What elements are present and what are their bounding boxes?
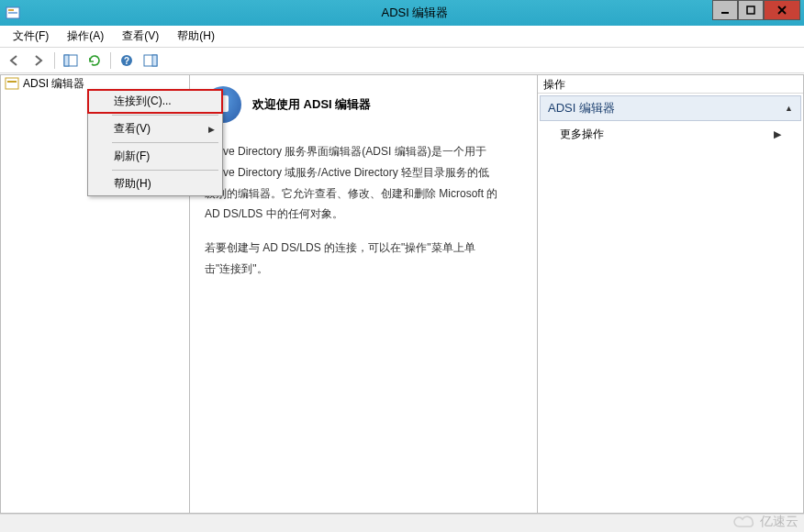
- adsi-editor-icon: [5, 76, 19, 91]
- back-button[interactable]: [4, 50, 26, 71]
- toolbar-separator: [54, 52, 55, 69]
- context-view[interactable]: 查看(V): [88, 117, 222, 140]
- menu-help[interactable]: 帮助(H): [168, 27, 224, 46]
- actions-pane-header: 操作: [538, 75, 803, 94]
- toolbar-separator: [110, 52, 111, 69]
- svg-rect-2: [8, 12, 17, 14]
- menu-bar: 文件(F) 操作(A) 查看(V) 帮助(H): [0, 26, 804, 48]
- welcome-title: 欢迎使用 ADSI 编辑器: [252, 96, 371, 113]
- close-button[interactable]: [764, 0, 800, 20]
- context-separator: [112, 115, 218, 116]
- details-pane: 欢迎使用 ADSI 编辑器 Active Directory 服务界面编辑器(A…: [190, 74, 538, 514]
- context-connect-to[interactable]: 连接到(C)...: [88, 90, 222, 113]
- window-title: ADSI 编辑器: [26, 5, 804, 21]
- actions-section-label: ADSI 编辑器: [548, 100, 615, 116]
- title-bar: ADSI 编辑器: [0, 0, 804, 26]
- chevron-right-icon: ▶: [774, 128, 781, 140]
- context-refresh[interactable]: 刷新(F): [88, 145, 222, 168]
- toolbar: ?: [0, 48, 804, 73]
- svg-rect-8: [64, 55, 69, 66]
- tree-root-label: ADSI 编辑器: [23, 76, 84, 92]
- show-hide-action-pane-button[interactable]: [140, 50, 162, 71]
- window-controls: [712, 0, 800, 20]
- actions-section-title[interactable]: ADSI 编辑器 ▲: [540, 95, 801, 121]
- show-hide-tree-button[interactable]: [60, 50, 82, 71]
- context-separator: [112, 170, 218, 171]
- menu-view[interactable]: 查看(V): [113, 27, 168, 46]
- menu-action[interactable]: 操作(A): [58, 27, 113, 46]
- actions-pane: 操作 ADSI 编辑器 ▲ 更多操作 ▶: [538, 74, 804, 514]
- svg-rect-14: [7, 81, 17, 83]
- context-menu: 连接到(C)... 查看(V) 刷新(F) 帮助(H): [87, 89, 223, 196]
- more-actions-label: 更多操作: [560, 127, 604, 142]
- welcome-paragraph-2: 若要创建与 AD DS/LDS 的连接，可以在"操作"菜单上单击"连接到"。: [205, 238, 498, 280]
- help-button[interactable]: ?: [116, 50, 138, 71]
- maximize-button[interactable]: [738, 0, 764, 20]
- svg-rect-13: [6, 78, 18, 89]
- welcome-header: 欢迎使用 ADSI 编辑器: [205, 86, 522, 123]
- svg-rect-1: [8, 9, 14, 11]
- context-help[interactable]: 帮助(H): [88, 172, 222, 195]
- context-separator: [112, 142, 218, 143]
- collapse-icon: ▲: [785, 104, 793, 113]
- welcome-body: Active Directory 服务界面编辑器(ADSI 编辑器)是一个用于 …: [205, 141, 498, 280]
- menu-file[interactable]: 文件(F): [4, 27, 58, 46]
- svg-text:?: ?: [124, 56, 129, 66]
- refresh-button[interactable]: [84, 50, 106, 71]
- svg-rect-4: [747, 6, 754, 14]
- svg-rect-12: [152, 55, 157, 66]
- more-actions-link[interactable]: 更多操作 ▶: [538, 123, 803, 146]
- status-bar: [0, 514, 804, 532]
- forward-button[interactable]: [28, 50, 50, 71]
- welcome-paragraph-1: Active Directory 服务界面编辑器(ADSI 编辑器)是一个用于 …: [205, 141, 498, 225]
- app-icon: [0, 0, 26, 26]
- minimize-button[interactable]: [712, 0, 738, 20]
